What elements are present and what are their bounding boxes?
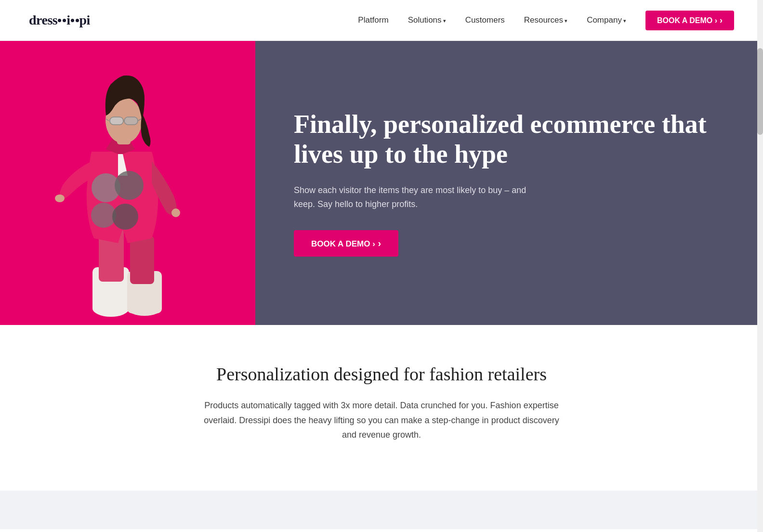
hero-content: Finally, personalized ecommerce that liv…: [255, 41, 763, 325]
logo-dots-2: [71, 19, 79, 22]
hero-subtext: Show each visitor the items they are mos…: [294, 183, 535, 211]
hero-headline: Finally, personalized ecommerce that liv…: [294, 109, 724, 169]
nav-links: Platform Solutions Customers Resources C…: [358, 15, 734, 26]
nav-item-resources[interactable]: Resources: [524, 15, 567, 25]
nav-cta-item[interactable]: BOOK A DEMO ›: [645, 15, 734, 26]
nav-link-company[interactable]: Company: [587, 15, 626, 25]
nav-item-platform[interactable]: Platform: [358, 15, 388, 25]
logo-text: dressipi: [29, 13, 90, 28]
svg-rect-5: [130, 236, 154, 284]
svg-point-6: [55, 195, 65, 202]
nav-item-solutions[interactable]: Solutions: [408, 15, 446, 25]
svg-point-7: [171, 208, 180, 217]
lower-section: Personalization designed for fashion ret…: [0, 325, 763, 491]
nav-link-platform[interactable]: Platform: [358, 15, 388, 25]
svg-point-18: [112, 204, 138, 230]
bottom-gray-strip: [0, 491, 763, 529]
nav-item-customers[interactable]: Customers: [465, 15, 505, 25]
fashion-figure-svg: [48, 46, 207, 325]
svg-rect-11: [124, 117, 138, 125]
hero-section: Finally, personalized ecommerce that liv…: [0, 41, 763, 325]
logo[interactable]: dressipi: [29, 13, 90, 28]
svg-rect-10: [110, 117, 123, 125]
lower-body: Products automatically tagged with 3x mo…: [198, 398, 565, 442]
scrollbar-thumb[interactable]: [757, 48, 763, 135]
nav-link-customers[interactable]: Customers: [465, 15, 505, 25]
hero-book-demo-button[interactable]: BOOK A DEMO ›: [294, 230, 398, 257]
nav-item-company[interactable]: Company: [587, 15, 626, 25]
scrollbar[interactable]: [757, 0, 763, 532]
hero-image: [0, 41, 255, 325]
logo-dots: [58, 19, 66, 22]
navbar: dressipi Platform Solutions Customers Re…: [0, 0, 763, 41]
svg-point-16: [115, 171, 144, 200]
lower-headline: Personalization designed for fashion ret…: [29, 363, 734, 385]
nav-link-resources[interactable]: Resources: [524, 15, 567, 25]
nav-link-solutions[interactable]: Solutions: [408, 15, 446, 25]
nav-book-demo-button[interactable]: BOOK A DEMO ›: [645, 11, 734, 30]
